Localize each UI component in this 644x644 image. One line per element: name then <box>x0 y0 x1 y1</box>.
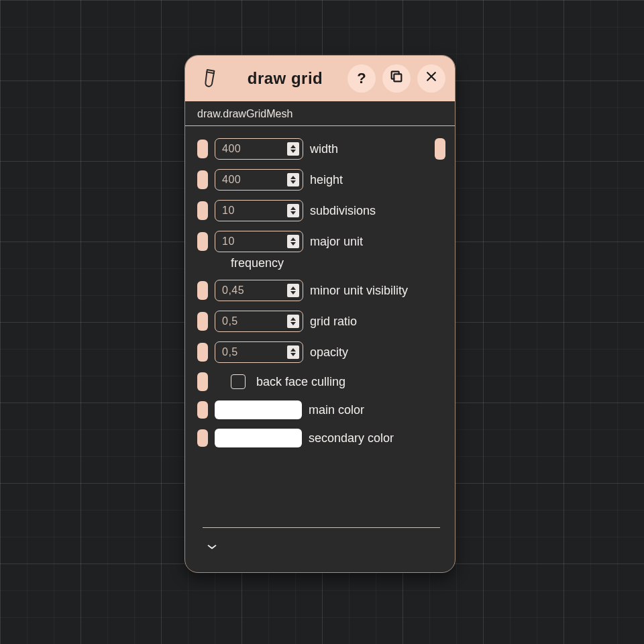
value-height: 400 <box>215 174 287 186</box>
swatch-main-color[interactable] <box>215 400 302 419</box>
stepper-icon[interactable] <box>287 315 299 328</box>
port-width[interactable] <box>197 140 208 158</box>
port-subdivisions[interactable] <box>197 201 208 220</box>
brush-icon <box>193 62 226 95</box>
close-icon <box>425 70 438 87</box>
port-grid-ratio[interactable] <box>197 312 208 331</box>
value-minor-unit-visibility: 0,45 <box>215 284 287 297</box>
label-major-unit-a: major unit <box>310 235 363 249</box>
duplicate-button[interactable] <box>382 64 411 93</box>
node-panel: draw grid ? draw.drawGridMesh <box>184 55 455 573</box>
label-secondary-color: secondary color <box>309 431 394 445</box>
stepper-icon[interactable] <box>287 173 299 186</box>
stepper-icon[interactable] <box>287 284 299 297</box>
input-grid-ratio[interactable]: 0,5 <box>215 311 303 332</box>
stepper-icon[interactable] <box>287 142 299 156</box>
row-width: 400 width <box>197 138 444 160</box>
row-main-color: main color <box>197 400 444 419</box>
svg-rect-0 <box>394 74 401 81</box>
duplicate-icon <box>389 69 404 88</box>
value-subdivisions: 10 <box>215 205 287 217</box>
stepper-icon[interactable] <box>287 235 299 248</box>
stepper-icon[interactable] <box>287 345 299 359</box>
port-secondary-color[interactable] <box>197 429 208 447</box>
port-minor-unit-visibility[interactable] <box>197 281 208 300</box>
row-secondary-color: secondary color <box>197 429 444 447</box>
help-icon: ? <box>357 70 366 87</box>
row-subdivisions: 10 subdivisions <box>197 200 444 221</box>
port-major-unit-frequency[interactable] <box>197 232 208 251</box>
scrollbar-thumb[interactable] <box>435 138 445 160</box>
port-main-color[interactable] <box>197 401 208 419</box>
input-width[interactable]: 400 <box>215 138 303 160</box>
swatch-secondary-color[interactable] <box>215 429 302 447</box>
label-main-color: main color <box>309 403 364 417</box>
panel-body: 400 width 400 height 10 subdivisions <box>185 126 455 460</box>
value-opacity: 0,5 <box>215 346 287 358</box>
label-minor-unit-visibility: minor unit visibility <box>310 284 408 298</box>
close-button[interactable] <box>417 64 445 93</box>
label-opacity: opacity <box>310 345 348 360</box>
value-major-unit-frequency: 10 <box>215 235 287 248</box>
label-back-face-culling: back face culling <box>256 375 345 389</box>
value-width: 400 <box>215 143 287 155</box>
input-subdivisions[interactable]: 10 <box>215 200 303 221</box>
port-back-face-culling[interactable] <box>197 372 208 391</box>
help-button[interactable]: ? <box>347 64 376 93</box>
input-minor-unit-visibility[interactable]: 0,45 <box>215 280 303 301</box>
row-major-unit-frequency: 10 major unit frequency <box>197 231 444 270</box>
row-grid-ratio: 0,5 grid ratio <box>197 311 444 332</box>
chevron-down-icon[interactable] <box>203 539 221 555</box>
value-grid-ratio: 0,5 <box>215 315 287 327</box>
row-minor-unit-visibility: 0,45 minor unit visibility <box>197 280 444 301</box>
checkbox-back-face-culling[interactable] <box>231 374 246 389</box>
row-height: 400 height <box>197 169 444 191</box>
panel-title: draw grid <box>229 69 341 88</box>
input-height[interactable]: 400 <box>215 169 303 191</box>
row-back-face-culling: back face culling <box>197 372 444 391</box>
label-grid-ratio: grid ratio <box>310 315 357 329</box>
port-height[interactable] <box>197 170 208 189</box>
row-opacity: 0,5 opacity <box>197 341 444 363</box>
stepper-icon[interactable] <box>287 204 299 217</box>
panel-footer <box>203 527 440 561</box>
label-subdivisions: subdivisions <box>310 204 376 218</box>
label-width: width <box>310 142 338 156</box>
input-major-unit-frequency[interactable]: 10 <box>215 231 303 252</box>
label-height: height <box>310 173 343 187</box>
titlebar: draw grid ? <box>185 56 455 101</box>
label-major-unit-b: frequency <box>231 256 444 270</box>
input-opacity[interactable]: 0,5 <box>215 341 303 363</box>
port-opacity[interactable] <box>197 343 208 362</box>
node-path: draw.drawGridMesh <box>185 101 455 126</box>
